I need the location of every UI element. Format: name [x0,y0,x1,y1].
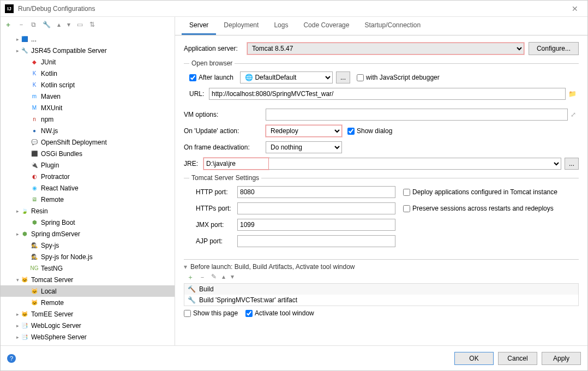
folder-open-icon[interactable]: 📁 [566,90,579,98]
deploy-apps-checkbox[interactable]: Deploy applications configured in Tomcat… [403,188,557,196]
config-tree[interactable]: ▸🟦...▸🔧JSR45 Compatible Server◆JUnitKKot… [1,32,175,345]
tree-item[interactable]: ⬛OSGi Bundles [1,148,175,159]
tree-item[interactable]: ◐Protractor [1,171,175,182]
browser-select[interactable]: 🌐 DefaultDefault [240,71,333,83]
configure-button[interactable]: Configure... [529,42,579,55]
activate-tool-window-checkbox[interactable]: Activate tool window [245,309,314,317]
ok-button[interactable]: OK [454,352,494,365]
up-icon[interactable]: ▴ [57,21,61,28]
node-label: JUnit [41,58,56,66]
bl-down-icon[interactable]: ▾ [231,273,234,282]
tree-item[interactable]: 🔌Plugin [1,159,175,171]
tree-item[interactable]: ▸🍃Resin [1,205,175,217]
show-dialog-checkbox[interactable]: Show dialog [347,127,392,135]
node-label: TestNG [41,265,63,272]
node-label: OpenShift Deployment [41,139,107,146]
sort-icon[interactable]: ⇅ [89,21,95,28]
tab-code-coverage[interactable]: Code Coverage [296,17,357,35]
preserve-sessions-checkbox[interactable]: Preserve sessions across restarts and re… [403,205,554,212]
apply-button[interactable]: Apply [542,352,581,365]
js-debugger-checkbox[interactable]: with JavaScript debugger [357,74,440,81]
tree-item[interactable]: ▸📑WebLogic Server [1,320,175,331]
app-server-select[interactable]: Tomcat 8.5.47 [247,43,524,55]
bl-up-icon[interactable]: ▴ [222,273,225,282]
tree-item[interactable]: 🐱Local [1,285,175,297]
tree-item[interactable]: 💬OpenShift Deployment [1,136,175,148]
ajp-port-input[interactable] [237,235,395,247]
tree-item[interactable]: 🕵Spy-js for Node.js [1,251,175,262]
bl-remove-icon[interactable]: － [199,273,206,282]
down-icon[interactable]: ▾ [67,21,70,28]
node-icon: ⬢ [30,218,39,227]
jre-browse-button[interactable]: ... [565,158,579,170]
node-label: Spring Boot [41,219,75,226]
bl-edit-icon[interactable]: ✎ [211,273,217,282]
tree-item[interactable]: KKotlin [1,68,175,79]
left-panel: ＋ － ⧉ 🔧 ▴ ▾ ▭ ⇅ ▸🟦...▸🔧JSR45 Compatible … [1,17,175,345]
before-launch-item[interactable]: 🔧Build 'SpringMVCTest:war' artifact [184,295,578,306]
node-label: npm [41,116,53,123]
tree-item[interactable]: MMXUnit [1,102,175,113]
help-icon[interactable]: ? [7,354,16,363]
add-icon[interactable]: ＋ [5,20,11,29]
tree-item[interactable]: ▸🔧JSR45 Compatible Server [1,45,175,56]
chevron-icon: ▸ [15,208,20,214]
vm-options-input[interactable] [266,109,568,121]
node-label: MXUnit [41,104,62,112]
node-icon: m [30,92,39,101]
tab-logs[interactable]: Logs [266,17,296,35]
tree-item[interactable]: 🕵Spy-js [1,240,175,251]
before-launch-item[interactable]: 🔨Build [184,284,578,295]
vm-options-label: VM options: [184,111,266,118]
tree-item[interactable]: ▾🐱Tomcat Server [1,274,175,285]
tab-server[interactable]: Server [182,17,216,35]
tree-item[interactable]: ▸📑WebSphere Server [1,331,175,343]
http-port-input[interactable] [237,186,395,198]
node-label: Remote [41,299,64,307]
https-port-input[interactable] [237,202,395,214]
http-port-label: HTTP port: [196,188,237,196]
on-frame-select[interactable]: Do nothing [266,141,342,153]
on-update-select[interactable]: Redeploy [266,125,342,137]
folder-icon[interactable]: ▭ [77,21,83,28]
tomcat-settings-group: Tomcat Server Settings HTTP port: Deploy… [184,174,579,253]
window-title: Run/Debug Configurations [18,5,567,13]
tab-deployment[interactable]: Deployment [216,17,266,35]
jre-select[interactable] [269,158,561,170]
jmx-port-input[interactable] [237,219,395,231]
collapse-icon[interactable]: ▾ [184,263,187,271]
tree-item[interactable]: nnpm [1,113,175,125]
expand-icon[interactable]: ⤢ [568,111,579,118]
jmx-port-label: JMX port: [196,221,237,229]
url-label: URL: [189,90,209,98]
before-launch-list[interactable]: 🔨Build🔧Build 'SpringMVCTest:war' artifac… [184,283,579,306]
tree-item[interactable]: ◆JUnit [1,56,175,68]
wrench-icon[interactable]: 🔧 [43,21,51,28]
tree-item[interactable]: 🐱Remote [1,297,175,308]
bl-add-icon[interactable]: ＋ [187,273,194,282]
remove-icon[interactable]: － [18,20,25,29]
tree-item[interactable]: ●NW.js [1,125,175,136]
tree-item[interactable]: KKotlin script [1,79,175,91]
tab-startup-connection[interactable]: Startup/Connection [357,17,428,35]
tree-item[interactable]: NGTestNG [1,262,175,274]
after-launch-checkbox[interactable]: After launch [189,74,233,81]
url-input[interactable] [209,88,566,100]
tree-item[interactable]: ⬢Spring Boot [1,217,175,228]
node-icon: ● [30,127,39,135]
tree-item[interactable]: mMaven [1,91,175,102]
tree-item[interactable]: ◉React Native [1,182,175,194]
node-label: ... [31,35,37,43]
close-icon[interactable]: ✕ [567,4,583,13]
tree-item[interactable]: ▸⬢Spring dmServer [1,228,175,240]
titlebar: IJ Run/Debug Configurations ✕ [1,1,587,17]
tree-item[interactable]: 🖥Remote [1,194,175,205]
cancel-button[interactable]: Cancel [498,352,537,365]
jre-input-hl[interactable] [203,158,269,170]
browser-more-button[interactable]: ... [336,71,350,83]
copy-icon[interactable]: ⧉ [31,21,36,28]
tree-item[interactable]: ▸🐱TomEE Server [1,308,175,320]
tree-item[interactable]: ▸🟦... [1,33,175,45]
show-this-page-checkbox[interactable]: Show this page [184,309,238,317]
tomcat-settings-legend: Tomcat Server Settings [189,174,261,182]
